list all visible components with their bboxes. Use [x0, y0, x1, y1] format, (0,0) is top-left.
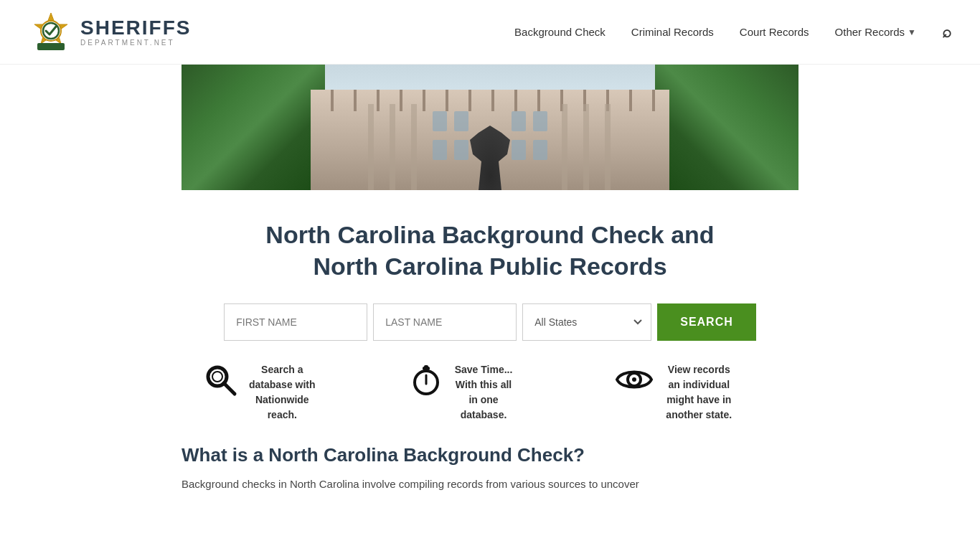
svg-point-27 — [632, 377, 636, 382]
nav-background-check[interactable]: Background Check — [514, 26, 606, 38]
svg-rect-17 — [533, 140, 547, 160]
svg-rect-10 — [433, 111, 447, 131]
nav-court-records[interactable]: Court Records — [740, 26, 809, 38]
section-text: Background checks in North Carolina invo… — [182, 475, 798, 494]
svg-rect-9 — [605, 104, 611, 190]
svg-rect-7 — [562, 104, 567, 190]
logo-subtitle: DEPARTMENT.NET — [80, 39, 191, 47]
page-title: North Carolina Background Check and Nort… — [182, 219, 798, 282]
nav-criminal-records[interactable]: Criminal Records — [631, 26, 714, 38]
svg-rect-25 — [424, 365, 428, 368]
logo[interactable]: SHERIFFS DEPARTMENT.NET — [29, 10, 191, 55]
last-name-input[interactable] — [373, 303, 517, 341]
site-header: SHERIFFS DEPARTMENT.NET Background Check… — [0, 0, 980, 65]
feature-search: Search adatabase withNationwidereach. — [182, 362, 387, 423]
nav-other-records[interactable]: Other Records ▼ — [835, 26, 916, 38]
eye-icon-wrap — [614, 362, 654, 397]
feature-timer: Save Time...With this allin onedatabase. — [387, 362, 593, 423]
feature-search-text: Search adatabase withNationwidereach. — [249, 362, 316, 423]
svg-rect-8 — [583, 104, 589, 190]
svg-rect-6 — [411, 104, 417, 190]
main-content: North Carolina Background Check and Nort… — [167, 190, 813, 494]
svg-rect-13 — [533, 111, 547, 131]
svg-rect-11 — [454, 111, 468, 131]
hero-image — [182, 65, 798, 190]
svg-rect-5 — [390, 104, 395, 190]
svg-rect-15 — [454, 140, 468, 160]
logo-icon — [29, 10, 73, 55]
first-name-input[interactable] — [224, 303, 367, 341]
logo-name: SHERIFFS — [80, 17, 191, 39]
svg-rect-3 — [37, 43, 65, 50]
feature-timer-text: Save Time...With this allin onedatabase. — [455, 362, 513, 423]
hero-placeholder — [182, 65, 798, 190]
svg-rect-14 — [433, 140, 447, 160]
state-select[interactable]: All StatesAlabamaAlaskaArizonaArkansasCa… — [522, 303, 651, 341]
svg-rect-4 — [368, 104, 374, 190]
search-button[interactable]: SEARCH — [657, 303, 756, 341]
svg-rect-12 — [512, 111, 526, 131]
logo-text-group: SHERIFFS DEPARTMENT.NET — [80, 17, 191, 47]
features-row: Search adatabase withNationwidereach. Sa… — [182, 362, 798, 423]
svg-point-19 — [212, 372, 222, 382]
section-title: What is a North Carolina Background Chec… — [182, 444, 798, 466]
nav-other-records-link[interactable]: Other Records — [835, 26, 905, 38]
search-icon[interactable]: ⌕ — [942, 23, 951, 42]
timer-icon — [409, 362, 443, 397]
search-icon-wrap — [203, 362, 237, 397]
search-icon — [203, 362, 237, 397]
chevron-down-icon: ▼ — [908, 27, 916, 37]
main-nav: Background Check Criminal Records Court … — [514, 23, 951, 42]
search-form: All StatesAlabamaAlaskaArizonaArkansasCa… — [182, 303, 798, 341]
eye-icon — [614, 362, 654, 397]
timer-icon-wrap — [409, 362, 443, 397]
svg-rect-16 — [512, 140, 526, 160]
feature-eye-text: View recordsan individualmight have inan… — [666, 362, 732, 423]
feature-eye: View recordsan individualmight have inan… — [593, 362, 798, 423]
svg-line-20 — [224, 383, 235, 394]
